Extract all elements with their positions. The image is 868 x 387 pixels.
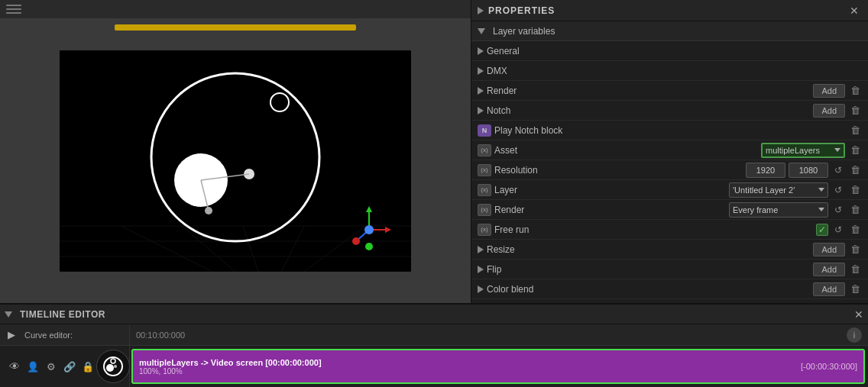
prop-row-general: General bbox=[471, 41, 868, 61]
resolution-width-input[interactable] bbox=[746, 163, 785, 178]
play-notch-block-delete-button[interactable]: 🗑 bbox=[848, 124, 862, 137]
freerun-reset-button[interactable]: ↺ bbox=[831, 223, 845, 237]
section-collapse-icon[interactable] bbox=[478, 28, 485, 34]
play-icon-colorblend[interactable] bbox=[478, 285, 484, 293]
clip-subtitle: 100%, 100% bbox=[139, 367, 857, 376]
play-icon-flip[interactable] bbox=[478, 266, 484, 273]
svg-line-2 bbox=[182, 226, 235, 272]
notch-add-button[interactable]: Add bbox=[813, 104, 845, 118]
layer-reset-button[interactable]: ↺ bbox=[831, 183, 845, 197]
prop-label-general: General bbox=[487, 46, 862, 56]
clip-title: multipleLayers -> Video screen [00:00:00… bbox=[139, 358, 857, 367]
svg-line-4 bbox=[281, 226, 304, 272]
prop-label-play-notch-block: Play Notch block bbox=[494, 125, 845, 136]
resize-add-button[interactable]: Add bbox=[813, 243, 845, 256]
timeline-header: TIMELINE EDITOR ✕ bbox=[0, 305, 868, 324]
curve-editor-label: Curve editor: bbox=[24, 331, 73, 340]
timeline-link-icon[interactable]: 🔗 bbox=[63, 360, 76, 373]
colorblend-add-button[interactable]: Add bbox=[813, 282, 845, 296]
notch-delete-button[interactable]: 🗑 bbox=[848, 104, 862, 118]
timeline-close-button[interactable]: ✕ bbox=[854, 308, 863, 321]
colorblend-delete-button[interactable]: 🗑 bbox=[848, 282, 862, 296]
render2-select[interactable]: Every frame bbox=[729, 202, 828, 218]
xy-icon-layer: (x) bbox=[478, 184, 491, 196]
freerun-checkbox[interactable]: ✓ bbox=[816, 224, 828, 236]
flip-add-button[interactable]: Add bbox=[813, 263, 845, 276]
xy-icon-freerun: (x) bbox=[478, 224, 491, 236]
prop-label-flip: Flip bbox=[487, 264, 810, 275]
xy-icon-resolution: (x) bbox=[478, 164, 491, 176]
svg-marker-17 bbox=[366, 206, 372, 212]
resolution-delete-button[interactable]: 🗑 bbox=[848, 163, 862, 177]
timeline-eye-icon[interactable]: 👁 bbox=[8, 360, 21, 373]
black-canvas bbox=[60, 50, 411, 272]
notch-block-icon: N bbox=[478, 124, 491, 137]
timeline-lock-icon[interactable]: 👤 bbox=[26, 360, 40, 373]
hamburger-icon[interactable] bbox=[6, 5, 21, 14]
play-icon-notch[interactable] bbox=[478, 107, 484, 114]
play-icon-render1[interactable] bbox=[478, 87, 484, 95]
prop-row-resolution: (x) Resolution ↺ 🗑 bbox=[471, 160, 868, 180]
asset-delete-button[interactable]: 🗑 bbox=[848, 144, 862, 157]
prop-row-play-notch-block: N Play Notch block 🗑 bbox=[471, 121, 868, 140]
render-add-button[interactable]: Add bbox=[813, 84, 845, 98]
viewport-toolbar bbox=[0, 0, 471, 18]
layer-select-value: 'Untitled Layer 2' bbox=[733, 185, 795, 195]
render-delete-button[interactable]: 🗑 bbox=[848, 84, 862, 98]
svg-line-3 bbox=[243, 226, 258, 272]
prop-label-dmx: DMX bbox=[487, 66, 862, 76]
asset-select-arrow bbox=[834, 148, 840, 152]
layer-select[interactable]: 'Untitled Layer 2' bbox=[729, 182, 828, 198]
track-thumbnail bbox=[96, 350, 130, 383]
timeline-body: ▶ Curve editor: 👁 👤 ⚙ 🔗 🔒 bbox=[0, 324, 868, 387]
timeline-ruler: 00:10:00:000 i bbox=[130, 324, 868, 346]
layer-select-arrow bbox=[818, 188, 824, 192]
xy-icon-asset: (x) bbox=[478, 144, 491, 156]
prop-row-render1: Render Add 🗑 bbox=[471, 81, 868, 101]
main-area: PROPERTIES ✕ Layer variables General DMX… bbox=[0, 0, 868, 303]
timeline-settings-icon[interactable]: ⚙ bbox=[44, 360, 58, 373]
play-icon-resize[interactable] bbox=[478, 246, 484, 253]
play-icon-dmx[interactable] bbox=[478, 67, 484, 75]
svg-marker-20 bbox=[385, 227, 391, 233]
prop-label-render2: Render bbox=[494, 205, 726, 215]
timeline-editor: TIMELINE EDITOR ✕ ▶ Curve editor: 👁 👤 ⚙ … bbox=[0, 303, 868, 387]
prop-row-dmx: DMX bbox=[471, 61, 868, 81]
timeline-collapse-icon[interactable] bbox=[5, 311, 12, 318]
svg-point-25 bbox=[111, 359, 115, 363]
timeline-play-button[interactable]: ▶ bbox=[5, 328, 18, 342]
layer-delete-button[interactable]: 🗑 bbox=[848, 183, 862, 197]
svg-point-15 bbox=[205, 207, 212, 214]
panel-header: PROPERTIES ✕ bbox=[471, 0, 868, 21]
resolution-reset-button[interactable]: ↺ bbox=[831, 163, 845, 177]
prop-label-resolution: Resolution bbox=[494, 165, 743, 176]
play-icon-general[interactable] bbox=[478, 47, 484, 55]
viewport bbox=[0, 0, 471, 303]
freerun-delete-button[interactable]: 🗑 bbox=[848, 223, 862, 237]
resize-delete-button[interactable]: 🗑 bbox=[848, 243, 862, 256]
menu-line-2 bbox=[6, 8, 21, 10]
prop-row-layer: (x) Layer 'Untitled Layer 2' ↺ 🗑 bbox=[471, 180, 868, 200]
gizmo bbox=[342, 203, 396, 256]
resolution-height-input[interactable] bbox=[789, 163, 828, 178]
prop-row-notch: Notch Add 🗑 bbox=[471, 101, 868, 121]
timeline-track-label: 👁 👤 ⚙ 🔗 🔒 bbox=[0, 346, 129, 387]
asset-select-value: multipleLayers bbox=[766, 146, 820, 155]
render2-delete-button[interactable]: 🗑 bbox=[848, 203, 862, 217]
asset-select[interactable]: multipleLayers bbox=[761, 143, 845, 158]
svg-point-10 bbox=[270, 93, 289, 111]
clip-time-right: [-00:00:30:000] bbox=[801, 362, 857, 371]
panel-collapse-icon[interactable] bbox=[478, 7, 484, 15]
section-title: Layer variables bbox=[493, 26, 555, 37]
progress-bar bbox=[115, 24, 356, 31]
xy-icon-render2: (x) bbox=[478, 204, 491, 216]
panel-close-button[interactable]: ✕ bbox=[847, 5, 862, 17]
render2-reset-button[interactable]: ↺ bbox=[831, 203, 845, 217]
timeline-lock2-icon[interactable]: 🔒 bbox=[81, 360, 95, 373]
svg-point-26 bbox=[106, 364, 114, 372]
timeline-clip[interactable]: multipleLayers -> Video screen [00:00:00… bbox=[131, 349, 865, 384]
flip-delete-button[interactable]: 🗑 bbox=[848, 263, 862, 276]
timeline-info-button[interactable]: i bbox=[847, 327, 862, 343]
timeline-sidebar-toolbar: ▶ Curve editor: bbox=[0, 324, 129, 346]
prop-row-resize: Resize Add 🗑 bbox=[471, 240, 868, 260]
